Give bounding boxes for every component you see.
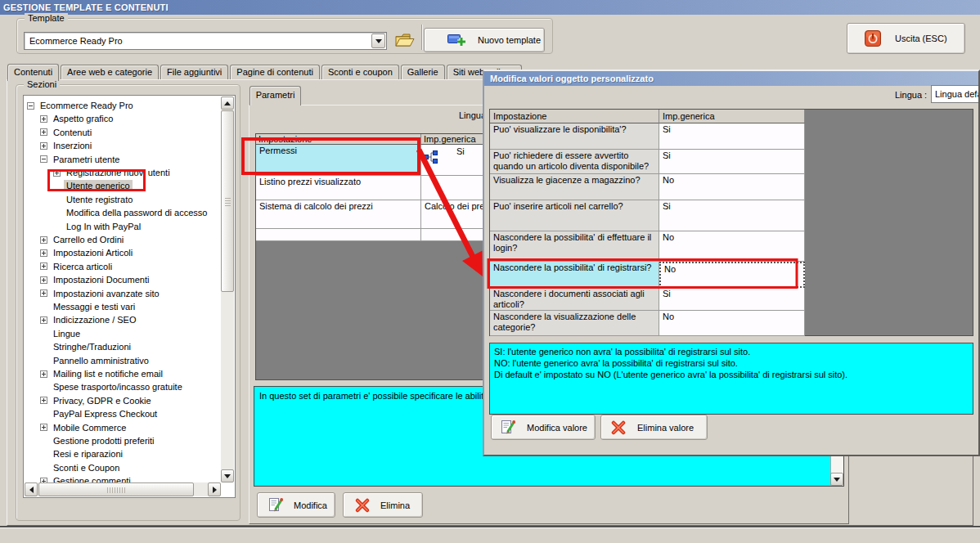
tree-item-log-in-with-paypal[interactable]: Log In with PayPal <box>53 220 143 233</box>
tree-item-impostazioni-documenti[interactable]: Impostazioni Documenti <box>40 273 151 286</box>
expand-plus-icon[interactable] <box>53 169 61 177</box>
tree-item-ecommerce-ready-pro[interactable]: Ecommerce Ready Pro <box>27 99 136 112</box>
tree-horizontal-scrollbar[interactable] <box>25 482 221 496</box>
tree-item-label: Registrazione nuovi utenti <box>64 167 173 178</box>
tab-sconti-e-coupon[interactable]: Sconti e coupon <box>321 65 399 79</box>
modal-lingua-combobox[interactable]: Lingua defa <box>931 85 980 103</box>
horizontal-scrollbar-thumb[interactable] <box>38 482 194 496</box>
new-template-label: Nuovo template <box>478 35 541 45</box>
tab-file-aggiuntivi[interactable]: File aggiuntivi <box>160 65 228 79</box>
tree-item-mobile-commerce[interactable]: Mobile Commerce <box>40 421 128 434</box>
vertical-scrollbar-thumb[interactable] <box>221 110 234 292</box>
collapse-minus-icon[interactable] <box>27 102 34 110</box>
table-row-puo-inserire-articoli-nel-carrello[interactable]: Puo' inserire articoli nel carrello?Si <box>490 200 973 231</box>
setting-label-cell: Puo' inserire articoli nel carrello? <box>490 200 659 231</box>
tree-item-impostazioni-articoli[interactable]: Impostazioni Articoli <box>40 246 135 259</box>
tree-item-indicizzazione-seo[interactable]: Indicizzazione / SEO <box>40 313 139 326</box>
expand-plus-icon[interactable] <box>40 249 47 257</box>
expand-plus-icon[interactable] <box>40 115 47 123</box>
tree-item-utente-registrato[interactable]: Utente registrato <box>53 193 135 206</box>
setting-value-cell[interactable]: Si <box>659 288 805 311</box>
power-icon <box>865 30 881 47</box>
tree-item-label: Contenuti <box>51 127 94 138</box>
modify-button[interactable]: Modifica <box>257 492 335 518</box>
tree-item-privacy-gdpr-e-cookie[interactable]: Privacy, GDPR e Cookie <box>40 394 154 407</box>
tree-item-carrello-ed-ordini[interactable]: Carrello ed Ordini <box>40 233 126 246</box>
setting-value-cell[interactable]: No <box>659 262 805 288</box>
tree-item-aspetto-grafico[interactable]: Aspetto grafico <box>40 112 115 125</box>
tree-item-sconti-e-coupon[interactable]: Sconti e Coupon <box>40 461 122 474</box>
setting-value-cell[interactable]: Si <box>659 200 805 231</box>
collapse-minus-icon[interactable] <box>40 155 47 163</box>
tree-item-inserzioni[interactable]: Inserzioni <box>40 139 94 152</box>
table-row-puo-visualizzare-le-disponibilita[interactable]: Puo' visualizzare le disponibilita'?Si <box>490 123 973 150</box>
delete-button[interactable]: Elimina <box>343 492 423 518</box>
column-header-impostazione[interactable]: Impostazione <box>256 134 421 145</box>
modal-lingua-value: Lingua defa <box>935 89 980 99</box>
arrow-up-icon <box>224 101 231 105</box>
tab-gallerie[interactable]: Gallerie <box>401 65 445 79</box>
setting-value-cell[interactable]: Si <box>659 150 805 174</box>
open-template-folder-button[interactable] <box>393 29 417 52</box>
tree-item-resi-e-riparazioni[interactable]: Resi e riparazioni <box>40 447 125 460</box>
tree-item-ricerca-articoli[interactable]: Ricerca articoli <box>40 260 115 273</box>
tree-item-pannello-amministrativo[interactable]: Pannello amministrativo <box>40 354 151 367</box>
column-header-impostazione[interactable]: Impostazione <box>490 110 659 123</box>
template-combobox[interactable]: Ecommerce Ready Pro <box>24 32 387 50</box>
scroll-up-button[interactable] <box>221 96 234 110</box>
setting-value: Si <box>456 146 465 157</box>
tab-aree-web-e-categorie[interactable]: Aree web e categorie <box>61 65 159 79</box>
modify-value-button[interactable]: Modifica valore <box>491 415 596 440</box>
expand-plus-icon[interactable] <box>40 128 47 136</box>
tree-item-stringhe-traduzioni[interactable]: Stringhe/Traduzioni <box>40 340 133 353</box>
tree-item-impostazioni-avanzate-sito[interactable]: Impostazioni avanzate sito <box>40 287 162 300</box>
expand-plus-icon[interactable] <box>40 236 47 244</box>
scroll-right-button[interactable] <box>208 482 221 496</box>
tree-item-mailing-list-e-notifiche-email[interactable]: Mailing list e notifiche email <box>40 367 165 380</box>
tab-pagine-di-contenuti[interactable]: Pagine di contenuti <box>230 65 320 79</box>
scroll-left-button[interactable] <box>25 482 38 496</box>
scroll-down-button[interactable] <box>221 469 234 482</box>
scroll-down-button[interactable] <box>830 473 843 486</box>
expand-plus-icon[interactable] <box>40 263 47 270</box>
tree-item-utente-generico[interactable]: Utente generico <box>53 179 133 192</box>
tab-contenuti[interactable]: Contenuti <box>7 64 59 81</box>
expand-plus-icon[interactable] <box>40 276 47 284</box>
tree-item-modifica-della-password-di-accesso[interactable]: Modifica della password di accesso <box>53 206 209 219</box>
tree-item-label: Ecommerce Ready Pro <box>38 100 136 111</box>
expand-plus-icon[interactable] <box>40 397 47 404</box>
tree-item-registrazione-nuovi-utenti[interactable]: Registrazione nuovi utenti <box>53 166 173 179</box>
expand-plus-icon[interactable] <box>40 142 47 150</box>
setting-value-cell[interactable]: No <box>659 231 805 262</box>
setting-value-cell[interactable]: No <box>659 311 805 336</box>
tree-item-lingue[interactable]: Lingue <box>40 327 83 340</box>
exit-button[interactable]: Uscita (ESC) <box>847 23 965 54</box>
combobox-dropdown-button[interactable] <box>371 34 385 48</box>
tree-item-paypal-express-checkout[interactable]: PayPal Express Checkout <box>40 407 160 420</box>
tree-item-label: Carrello ed Ordini <box>51 234 126 245</box>
column-header-imp-generica[interactable]: Imp.generica <box>659 110 805 123</box>
expand-plus-icon[interactable] <box>40 370 47 378</box>
setting-value-cell[interactable]: Si <box>659 123 805 150</box>
tree-item-gestione-commenti[interactable]: Gestione commenti <box>40 474 133 482</box>
expand-plus-icon[interactable] <box>40 289 47 297</box>
table-row-visualizza-le-giacenze-a-magazzino[interactable]: Visualizza le giacenze a magazzino?No <box>490 174 973 200</box>
tree-item-parametri-utente[interactable]: Parametri utente <box>40 153 122 166</box>
tree-item-spese-trasporto-incasso-gratuite[interactable]: Spese trasporto/incasso gratuite <box>40 380 185 393</box>
table-row-nascondere-la-possibilita-di-effettuare-il-login[interactable]: Nascondere la possibilita' di effettuare… <box>490 231 973 262</box>
table-row-puo-richiedere-di-essere-avvertito-quando-un-articolo-diventa-disponibile[interactable]: Puo' richiedere di essere avvertito quan… <box>490 150 973 174</box>
tree-item-gestione-prodotti-preferiti[interactable]: Gestione prodotti preferiti <box>40 434 157 447</box>
tree-vertical-scrollbar[interactable] <box>221 96 234 482</box>
table-row-nascondere-i-documenti-associati-agli-articoli[interactable]: Nascondere i documenti associati agli ar… <box>490 288 973 311</box>
tab-parametri[interactable]: Parametri <box>249 86 301 105</box>
setting-value-cell[interactable]: No <box>659 174 805 200</box>
tree-item-messaggi-e-testi-vari[interactable]: Messaggi e testi vari <box>40 300 137 313</box>
expand-plus-icon[interactable] <box>40 424 47 431</box>
tree-item-label: Pannello amministrativo <box>51 355 151 366</box>
table-row-nascondere-la-possibilita-di-registrarsi[interactable]: Nascondere la possibilita' di registrars… <box>490 262 973 288</box>
tree-item-contenuti[interactable]: Contenuti <box>40 126 94 139</box>
expand-plus-icon[interactable] <box>40 316 47 324</box>
new-template-button[interactable]: Nuovo template <box>424 28 545 52</box>
table-row-nascondere-la-visualizzazione-delle-categorie[interactable]: Nascondere la visualizzazione delle cate… <box>490 311 973 336</box>
delete-value-button[interactable]: Elimina valore <box>600 415 708 440</box>
